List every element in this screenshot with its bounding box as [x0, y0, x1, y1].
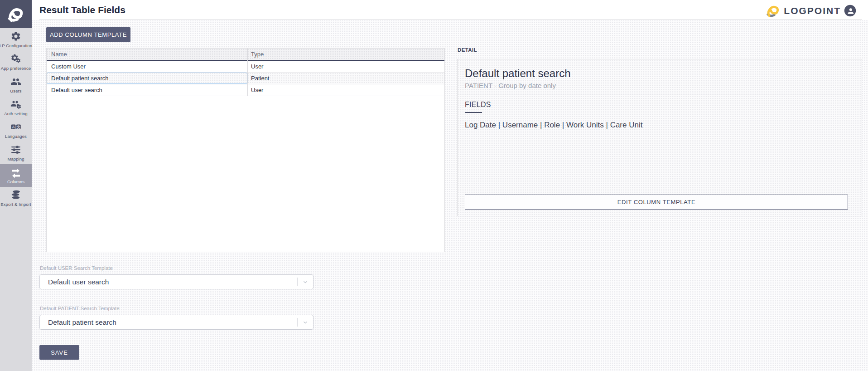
patient-template-value: Default patient search — [40, 318, 297, 327]
sidebar-item-label: Auth setting — [4, 111, 27, 116]
sidebar-item-label: Users — [10, 88, 21, 93]
row-type-cell: Patient — [247, 75, 444, 82]
sidebar-item-export-import[interactable]: Export & Import — [0, 187, 32, 210]
detail-panel: Default patient search PATIENT - Group b… — [457, 59, 862, 216]
patient-template-select[interactable]: Default patient search — [39, 315, 313, 330]
user-template-select[interactable]: Default user search — [39, 274, 313, 289]
table-row-selected[interactable]: Default patient search Patient — [47, 73, 444, 84]
table-header-row: Name Type — [47, 49, 444, 61]
header-divider — [39, 20, 862, 20]
sidebar-item-auth-setting[interactable]: Auth setting — [0, 96, 32, 119]
sidebar-item-users[interactable]: Users — [0, 73, 32, 96]
logpoint-logo-icon — [766, 3, 781, 18]
svg-text:A: A — [12, 125, 14, 129]
svg-text:文: 文 — [17, 125, 21, 129]
sidebar-item-lp-configuration[interactable]: LP Configuration — [0, 28, 32, 51]
row-name-cell: Default user search — [47, 87, 247, 93]
row-type-cell: User — [247, 63, 444, 70]
sidebar-item-label: Columns — [7, 179, 24, 184]
column-divider — [247, 49, 248, 96]
add-column-template-button[interactable]: ADD COLUMN TEMPLATE — [46, 27, 130, 42]
detail-title: Default patient search — [465, 67, 854, 80]
detail-subtitle: PATIENT - Group by date only — [465, 82, 854, 89]
swap-arrows-icon — [10, 167, 21, 178]
column-header-name: Name — [47, 51, 247, 58]
save-button[interactable]: SAVE — [39, 345, 79, 360]
row-name-cell: Default patient search — [47, 75, 247, 82]
brand-wordmark: LOGPOINT — [784, 5, 841, 16]
patient-template-label: Default PATIENT Search Template — [40, 306, 120, 311]
gear-icon — [10, 31, 21, 42]
sidebar-item-label: LP Configuration — [0, 43, 32, 48]
users-gear-icon — [10, 99, 21, 110]
translate-icon: A 文 — [10, 122, 21, 132]
sidebar-item-label: Mapping — [7, 156, 24, 161]
detail-section-label: DETAIL — [458, 47, 477, 53]
detail-footer-divider — [458, 188, 862, 188]
user-template-value: Default user search — [40, 278, 297, 286]
fields-heading-underline — [465, 112, 482, 113]
edit-column-template-button[interactable]: EDIT COLUMN TEMPLATE — [465, 195, 848, 210]
user-template-label: Default USER Search Template — [40, 265, 113, 271]
gears-icon — [10, 54, 21, 64]
app-window: LP Configuration App preference Users Au… — [0, 0, 868, 371]
logpoint-mark-icon — [7, 5, 25, 23]
user-avatar-icon[interactable] — [844, 5, 856, 17]
sliders-icon — [10, 144, 21, 155]
page-title: Result Table Fields — [39, 5, 125, 15]
chevron-down-icon — [298, 319, 313, 326]
table-row[interactable]: Custom User User — [47, 61, 444, 73]
column-header-type: Type — [247, 51, 444, 58]
table-row[interactable]: Default user search User — [47, 84, 444, 96]
sidebar-nav: LP Configuration App preference Users Au… — [0, 28, 32, 210]
row-name-cell: Custom User — [47, 63, 247, 70]
sidebar-item-label: Languages — [5, 134, 27, 139]
fields-heading: FIELDS — [465, 101, 854, 109]
sidebar-item-languages[interactable]: A 文 Languages — [0, 119, 32, 142]
sidebar-item-label: App preference — [1, 66, 31, 71]
users-icon — [10, 76, 21, 87]
chevron-down-icon — [298, 279, 313, 285]
fields-list: Log Date | Username | Role | Work Units … — [465, 121, 854, 130]
brand-area: LOGPOINT — [766, 3, 856, 18]
row-type-cell: User — [247, 87, 444, 93]
sidebar-logo — [0, 0, 32, 28]
sidebar-item-app-preference[interactable]: App preference — [0, 51, 32, 73]
detail-fields-section: FIELDS Log Date | Username | Role | Work… — [465, 95, 854, 130]
sidebar-item-columns[interactable]: Columns — [0, 164, 32, 187]
sidebar-item-mapping[interactable]: Mapping — [0, 142, 32, 164]
column-templates-table: Name Type Custom User User Default patie… — [46, 48, 445, 252]
sidebar-item-label: Export & Import — [0, 202, 31, 207]
database-icon — [10, 190, 21, 200]
sidebar: LP Configuration App preference Users Au… — [0, 0, 32, 371]
detail-header: Default patient search PATIENT - Group b… — [458, 59, 862, 94]
